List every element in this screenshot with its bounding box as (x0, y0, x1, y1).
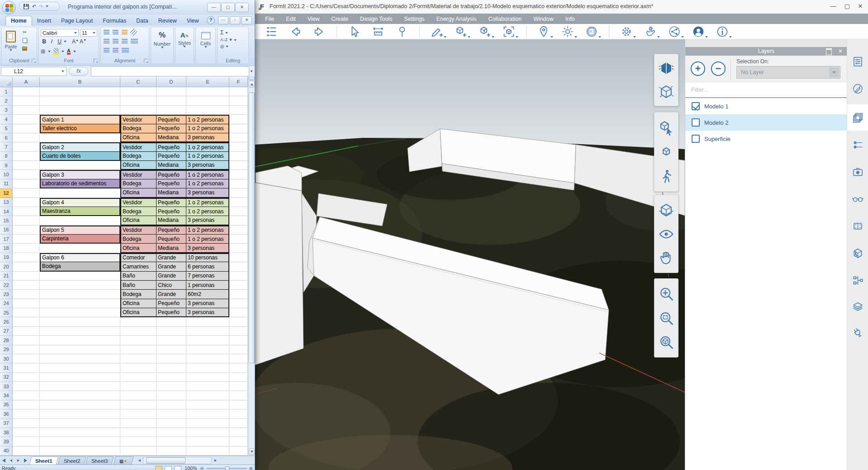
pan-hand-icon[interactable] (657, 249, 675, 267)
cell[interactable] (229, 428, 248, 437)
version-badge-icon[interactable]: 19.1 (585, 25, 598, 38)
workbook-restore-button[interactable]: ▫ (230, 16, 240, 24)
cell[interactable] (13, 188, 40, 197)
cell[interactable] (157, 428, 186, 437)
cell[interactable]: Cuarto de botes (40, 152, 120, 161)
orbit-solid-cube-icon[interactable] (657, 59, 675, 77)
cell[interactable] (229, 124, 248, 133)
cell[interactable] (120, 96, 157, 105)
cell[interactable] (229, 437, 248, 446)
font-name-combo[interactable]: Calibri (41, 29, 79, 37)
zoom-extents-icon[interactable] (657, 333, 675, 351)
cell[interactable]: Pequeño (157, 226, 186, 235)
cell[interactable] (120, 106, 157, 115)
row-header-10[interactable]: 10 (0, 170, 13, 179)
cell[interactable] (13, 428, 40, 437)
row-header-30[interactable]: 30 (0, 354, 13, 363)
cell[interactable]: 1 o 2 personas (186, 207, 229, 216)
cell[interactable] (229, 142, 248, 151)
cell[interactable]: Mediana (157, 161, 186, 170)
office-button[interactable] (2, 1, 16, 14)
cell[interactable] (157, 317, 186, 326)
excel-maximize-button[interactable]: ▢ (221, 3, 235, 12)
cell[interactable] (229, 262, 248, 271)
prev-sheet-icon[interactable] (7, 457, 14, 464)
cell[interactable] (157, 391, 186, 400)
share-icon[interactable] (668, 25, 681, 38)
menu-view[interactable]: View (303, 16, 325, 22)
dropdown-arrow-icon[interactable] (633, 36, 636, 38)
cell[interactable] (40, 446, 120, 456)
cell[interactable]: Pequeño (157, 179, 186, 188)
cell[interactable]: Pequeño (157, 235, 186, 244)
cell-styles-button[interactable]: A✎ Styles (175, 27, 194, 64)
row-header-18[interactable]: 18 (0, 244, 13, 253)
insert-function-button[interactable]: fx (69, 67, 88, 76)
column-header-B[interactable]: B (40, 77, 120, 87)
panel-float-icon[interactable] (826, 48, 832, 55)
cell[interactable] (40, 87, 120, 96)
cell[interactable]: Pequeño (157, 152, 186, 161)
cell[interactable] (40, 133, 120, 142)
redo-icon[interactable]: ↷ (39, 4, 43, 9)
row-header-39[interactable]: 39 (0, 437, 13, 446)
last-sheet-icon[interactable] (22, 457, 29, 464)
row-header-4[interactable]: 4 (0, 115, 13, 124)
cell[interactable]: Laboratorio de sedimentos (40, 179, 120, 188)
column-header-C[interactable]: C (120, 77, 157, 87)
dropdown-arrow-icon[interactable] (598, 36, 601, 38)
sheet-tab-sheet3[interactable]: Sheet3 (85, 456, 114, 465)
ribbon-tab-insert[interactable]: Insert (32, 16, 56, 26)
dropdown-arrow-icon[interactable] (681, 36, 684, 38)
cell[interactable]: Chico (157, 281, 186, 290)
column-header-D[interactable]: D (157, 77, 186, 87)
wrap-text-icon[interactable] (122, 48, 129, 52)
cell[interactable] (229, 327, 248, 336)
column-header-E[interactable]: E (186, 77, 229, 87)
cell[interactable] (40, 345, 120, 354)
cell[interactable] (13, 161, 40, 170)
scroll-down-icon[interactable] (249, 448, 255, 455)
number-format-button[interactable]: % Number (151, 27, 173, 64)
cell[interactable] (186, 373, 229, 382)
cell[interactable] (186, 400, 229, 409)
cell[interactable] (13, 409, 40, 418)
row-header-35[interactable]: 35 (0, 400, 13, 409)
zoom-out-icon[interactable]: ⊖ (200, 466, 204, 470)
row-header-9[interactable]: 9 (0, 161, 13, 170)
row-header-19[interactable]: 19 (0, 253, 13, 262)
cell[interactable] (13, 253, 40, 262)
cell[interactable] (120, 419, 157, 428)
row-header-7[interactable]: 7 (0, 142, 13, 151)
cell[interactable]: 1 personas (186, 281, 229, 290)
cell[interactable] (120, 345, 157, 354)
row-header-8[interactable]: 8 (0, 152, 13, 161)
merge-center-icon[interactable] (131, 39, 138, 43)
row-header-37[interactable]: 37 (0, 419, 13, 428)
cell[interactable] (157, 106, 186, 115)
cell[interactable]: Camarines (120, 262, 157, 271)
cell[interactable] (229, 161, 248, 170)
location-icon[interactable] (537, 25, 550, 38)
row-header-6[interactable]: 6 (0, 133, 13, 142)
menu-create[interactable]: Create (327, 16, 354, 22)
cell[interactable]: Vestidor (120, 170, 157, 179)
cell[interactable] (40, 290, 120, 299)
cell[interactable]: Mediana (157, 244, 186, 253)
font-size-combo[interactable]: 11 (80, 29, 97, 37)
cell[interactable]: 6 personas (186, 262, 229, 271)
cell[interactable] (157, 400, 186, 409)
cell[interactable] (13, 133, 40, 142)
dropdown-arrow-icon[interactable] (516, 36, 518, 38)
cell[interactable]: Grande (157, 262, 186, 271)
cell[interactable]: 1 o 2 personas (186, 142, 229, 151)
cell[interactable] (13, 299, 40, 308)
cell[interactable] (186, 419, 229, 428)
cell[interactable] (186, 354, 229, 363)
column-header-F[interactable]: F (229, 77, 248, 87)
cell[interactable] (229, 87, 248, 96)
cell[interactable] (40, 299, 120, 308)
menu-edit[interactable]: Edit (281, 16, 301, 22)
cell[interactable] (13, 391, 40, 400)
add-layer-button[interactable]: + (691, 61, 705, 76)
